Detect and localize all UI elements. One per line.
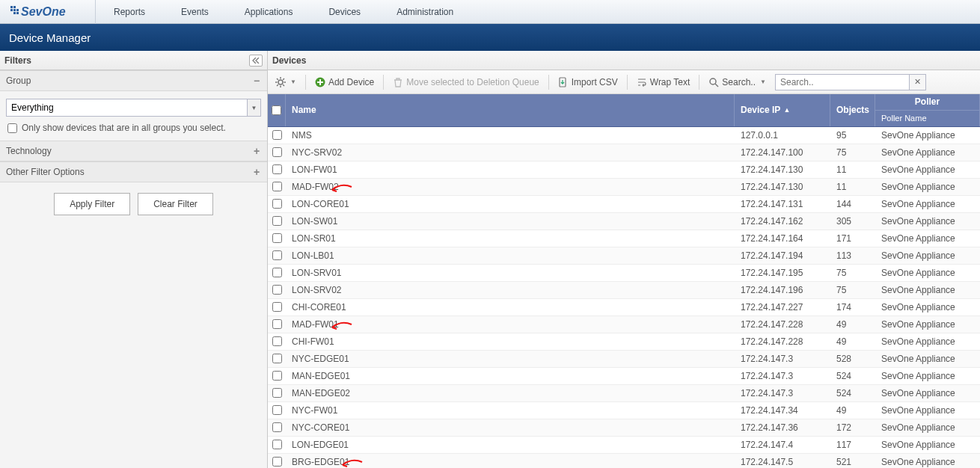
select-all-checkbox[interactable] <box>272 105 281 115</box>
row-checkbox[interactable] <box>272 405 282 415</box>
table-row[interactable]: NYC-CORE01172.24.147.36172SevOne Applian… <box>268 419 980 437</box>
cell-poller: SevOne Appliance <box>875 199 980 209</box>
group-combo[interactable]: ▼ <box>6 99 261 117</box>
cell-name: CHI-FW01 <box>286 336 735 347</box>
table-row[interactable]: LON-FW01172.24.147.13011SevOne Appliance <box>268 161 980 179</box>
cell-poller: SevOne Appliance <box>875 371 980 381</box>
cell-name: LON-EDGE01 <box>286 440 735 450</box>
cell-poller: SevOne Appliance <box>875 285 980 295</box>
filter-section-technology[interactable]: Technology + <box>0 141 267 161</box>
cell-name: MAN-EDGE01 <box>286 371 735 381</box>
table-row[interactable]: MAN-EDGE01172.24.147.3524SevOne Applianc… <box>268 368 980 385</box>
row-checkbox[interactable] <box>272 302 282 312</box>
table-row[interactable]: BRG-EDGE01172.24.147.5521SevOne Applianc… <box>268 454 980 468</box>
import-csv-button[interactable]: Import CSV <box>555 73 621 91</box>
cell-name: MAD-FW01 <box>286 319 735 330</box>
row-checkbox[interactable] <box>272 233 282 243</box>
table-row[interactable]: CHI-FW01172.24.147.22849SevOne Appliance <box>268 333 980 351</box>
column-objects[interactable]: Objects <box>830 94 875 126</box>
cell-ip: 172.24.147.34 <box>735 405 830 416</box>
table-row[interactable]: NYC-EDGE01172.24.147.3528SevOne Applianc… <box>268 351 980 368</box>
row-checkbox[interactable] <box>272 250 282 260</box>
menu-item-administration[interactable]: Administration <box>379 0 471 24</box>
device-name: LON-SRV02 <box>292 285 341 295</box>
select-all-header[interactable] <box>268 94 286 126</box>
menu-item-events[interactable]: Events <box>163 0 227 24</box>
clear-search-button[interactable]: ✕ <box>910 74 926 90</box>
row-checkbox[interactable] <box>272 388 282 398</box>
table-row[interactable]: LON-CORE01172.24.147.131144SevOne Applia… <box>268 196 980 213</box>
row-checkbox[interactable] <box>272 268 282 277</box>
move-to-deletion-button[interactable]: Move selected to Deletion Queue <box>390 73 542 91</box>
row-checkbox-cell <box>268 388 286 398</box>
cell-name: LON-SRV02 <box>286 285 735 295</box>
device-name: LON-FW01 <box>292 164 337 175</box>
column-poller[interactable]: Poller Poller Name <box>875 94 980 126</box>
add-device-button[interactable]: Add Device <box>312 73 377 91</box>
table-row[interactable]: NMS127.0.0.195SevOne Appliance <box>268 127 980 144</box>
cell-objects: 117 <box>830 440 875 450</box>
only-in-all-groups[interactable]: Only show devices that are in all groups… <box>6 123 261 133</box>
table-row[interactable]: LON-SRV01172.24.147.19575SevOne Applianc… <box>268 265 980 282</box>
row-checkbox[interactable] <box>272 457 282 467</box>
device-name: NYC-EDGE01 <box>292 354 349 364</box>
page-title: Device Manager <box>9 31 91 44</box>
gear-menu[interactable]: ▼ <box>272 73 299 91</box>
table-row[interactable]: LON-SRV02172.24.147.19675SevOne Applianc… <box>268 282 980 299</box>
svg-line-14 <box>277 84 278 86</box>
only-in-all-label: Only show devices that are in all groups… <box>22 123 226 133</box>
table-row[interactable]: NYC-FW01172.24.147.3449SevOne Appliance <box>268 402 980 419</box>
row-checkbox[interactable] <box>272 440 282 449</box>
row-checkbox[interactable] <box>272 164 282 174</box>
cell-ip: 172.24.147.3 <box>735 354 830 364</box>
cell-poller: SevOne Appliance <box>875 302 980 312</box>
column-name[interactable]: Name <box>286 94 735 126</box>
table-row[interactable]: MAN-EDGE02172.24.147.3524SevOne Applianc… <box>268 385 980 402</box>
cell-name: MAD-FW02 <box>286 182 735 192</box>
clear-filter-button[interactable]: Clear Filter <box>138 193 213 215</box>
search-menu[interactable]: Search.. ▼ <box>705 73 769 91</box>
row-checkbox[interactable] <box>272 422 282 432</box>
table-row[interactable]: LON-LB01172.24.147.194113SevOne Applianc… <box>268 247 980 265</box>
cell-poller: SevOne Appliance <box>875 164 980 175</box>
row-checkbox[interactable] <box>272 199 282 209</box>
cell-ip: 172.24.147.227 <box>735 302 830 312</box>
table-row[interactable]: CHI-CORE01172.24.147.227174SevOne Applia… <box>268 299 980 316</box>
collapse-sidebar-icon[interactable] <box>249 55 263 67</box>
device-name: MAD-FW02 <box>292 182 339 192</box>
wrap-text-button[interactable]: Wrap Text <box>634 73 693 91</box>
grid-header: Name Device IP▲ Objects Poller Poller Na… <box>268 94 980 127</box>
svg-rect-6 <box>16 12 19 14</box>
filter-section-other[interactable]: Other Filter Options + <box>0 161 267 182</box>
table-row[interactable]: LON-SR01172.24.147.164171SevOne Applianc… <box>268 230 980 247</box>
row-checkbox[interactable] <box>272 371 282 381</box>
cell-ip: 172.24.147.5 <box>735 457 830 467</box>
row-checkbox[interactable] <box>272 216 282 226</box>
filter-section-group[interactable]: Group − <box>0 70 267 91</box>
menu-item-reports[interactable]: Reports <box>96 0 163 24</box>
row-checkbox[interactable] <box>272 182 282 191</box>
cell-ip: 172.24.147.130 <box>735 164 830 175</box>
cell-objects: 11 <box>830 164 875 175</box>
group-combo-input[interactable] <box>6 99 248 117</box>
table-row[interactable]: MAD-FW02172.24.147.13011SevOne Appliance <box>268 179 980 196</box>
table-row[interactable]: LON-SW01172.24.147.162305SevOne Applianc… <box>268 213 980 230</box>
row-checkbox[interactable] <box>272 130 282 140</box>
search-input[interactable] <box>775 74 910 90</box>
chevron-down-icon[interactable]: ▼ <box>248 99 261 117</box>
cell-poller: SevOne Appliance <box>875 216 980 227</box>
row-checkbox[interactable] <box>272 354 282 363</box>
menu-item-applications[interactable]: Applications <box>227 0 311 24</box>
only-in-all-checkbox[interactable] <box>7 123 17 133</box>
row-checkbox[interactable] <box>272 147 282 157</box>
row-checkbox-cell <box>268 319 286 329</box>
row-checkbox[interactable] <box>272 285 282 295</box>
apply-filter-button[interactable]: Apply Filter <box>54 193 130 215</box>
row-checkbox[interactable] <box>272 336 282 346</box>
table-row[interactable]: NYC-SRV02172.24.147.10075SevOne Applianc… <box>268 144 980 161</box>
menu-item-devices[interactable]: Devices <box>310 0 379 24</box>
row-checkbox[interactable] <box>272 319 282 329</box>
table-row[interactable]: MAD-FW01172.24.147.22849SevOne Appliance <box>268 316 980 333</box>
column-device-ip[interactable]: Device IP▲ <box>735 94 830 126</box>
table-row[interactable]: LON-EDGE01172.24.147.4117SevOne Applianc… <box>268 437 980 454</box>
